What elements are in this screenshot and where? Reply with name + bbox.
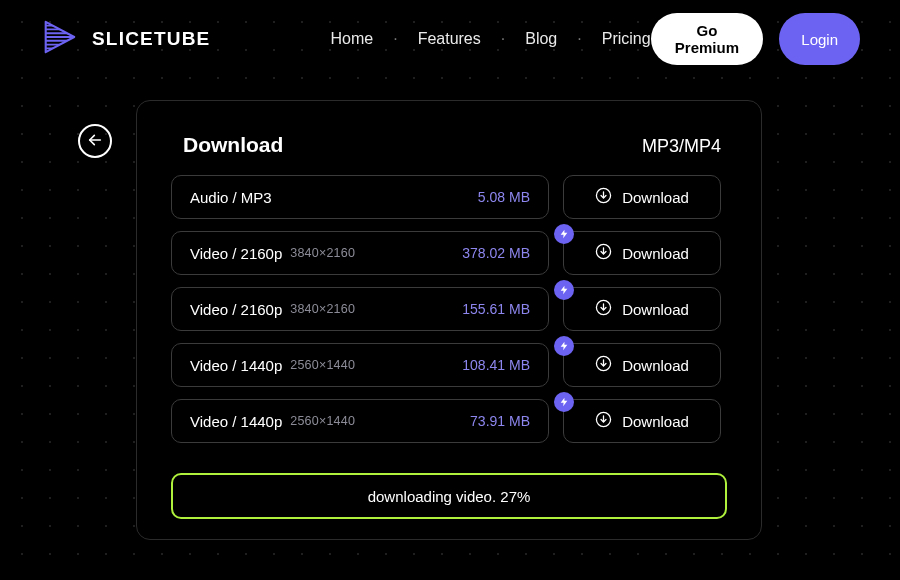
- top-bar: SLICETUBE Home · Features · Blog · Prici…: [0, 0, 900, 78]
- download-row: Video / 2160p3840×2160378.02 MBDownload: [171, 231, 721, 275]
- download-option-info: Video / 2160p3840×2160155.61 MB: [171, 287, 549, 331]
- download-status-text: downloading video. 27%: [368, 488, 531, 505]
- download-panel: Download MP3/MP4 Audio / MP35.08 MBDownl…: [136, 100, 762, 540]
- resolution-label: 3840×2160: [290, 302, 355, 316]
- file-size-label: 5.08 MB: [478, 189, 530, 205]
- go-premium-button[interactable]: Go Premium: [651, 13, 764, 65]
- download-row: Audio / MP35.08 MBDownload: [171, 175, 721, 219]
- bolt-badge-icon: [554, 280, 574, 300]
- nav-blog[interactable]: Blog: [525, 30, 557, 48]
- format-label: Video / 1440p: [190, 413, 282, 430]
- play-logo-icon: [40, 18, 78, 60]
- brand[interactable]: SLICETUBE: [40, 18, 210, 60]
- download-button[interactable]: Download: [563, 175, 721, 219]
- download-options-list: Audio / MP35.08 MBDownloadVideo / 2160p3…: [171, 175, 727, 473]
- panel-title: Download: [183, 133, 283, 157]
- download-button-label: Download: [622, 413, 689, 430]
- back-button[interactable]: [78, 124, 112, 158]
- resolution-label: 3840×2160: [290, 246, 355, 260]
- download-button-label: Download: [622, 245, 689, 262]
- panel-header: Download MP3/MP4: [171, 127, 727, 175]
- nav-features[interactable]: Features: [418, 30, 481, 48]
- download-option-info: Video / 1440p2560×1440108.41 MB: [171, 343, 549, 387]
- download-icon: [595, 299, 612, 319]
- download-row: Video / 1440p2560×144073.91 MBDownload: [171, 399, 721, 443]
- nav-home[interactable]: Home: [330, 30, 373, 48]
- login-button[interactable]: Login: [779, 13, 860, 65]
- download-icon: [595, 411, 612, 431]
- download-button[interactable]: Download: [563, 399, 721, 443]
- download-icon: [595, 243, 612, 263]
- nav-separator: ·: [393, 30, 397, 48]
- format-label: Audio / MP3: [190, 189, 272, 206]
- download-button-label: Download: [622, 189, 689, 206]
- bolt-badge-icon: [554, 336, 574, 356]
- header-actions: Go Premium Login: [651, 13, 860, 65]
- download-icon: [595, 187, 612, 207]
- download-icon: [595, 355, 612, 375]
- download-button[interactable]: Download: [563, 343, 721, 387]
- file-size-label: 378.02 MB: [462, 245, 530, 261]
- arrow-left-icon: [87, 132, 103, 151]
- main-nav: Home · Features · Blog · Pricing: [330, 30, 650, 48]
- file-size-label: 155.61 MB: [462, 301, 530, 317]
- nav-separator: ·: [501, 30, 505, 48]
- download-button[interactable]: Download: [563, 287, 721, 331]
- nav-pricing[interactable]: Pricing: [602, 30, 651, 48]
- file-size-label: 73.91 MB: [470, 413, 530, 429]
- download-option-info: Video / 2160p3840×2160378.02 MB: [171, 231, 549, 275]
- download-row: Video / 2160p3840×2160155.61 MBDownload: [171, 287, 721, 331]
- download-option-info: Video / 1440p2560×144073.91 MB: [171, 399, 549, 443]
- format-label: Video / 1440p: [190, 357, 282, 374]
- format-label: Video / 2160p: [190, 245, 282, 262]
- download-button-label: Download: [622, 301, 689, 318]
- nav-separator: ·: [577, 30, 581, 48]
- file-size-label: 108.41 MB: [462, 357, 530, 373]
- download-status: downloading video. 27%: [171, 473, 727, 519]
- bolt-badge-icon: [554, 392, 574, 412]
- download-button-label: Download: [622, 357, 689, 374]
- bolt-badge-icon: [554, 224, 574, 244]
- download-option-info: Audio / MP35.08 MB: [171, 175, 549, 219]
- download-row: Video / 1440p2560×1440108.41 MBDownload: [171, 343, 721, 387]
- format-label: Video / 2160p: [190, 301, 282, 318]
- resolution-label: 2560×1440: [290, 358, 355, 372]
- download-button[interactable]: Download: [563, 231, 721, 275]
- format-label: MP3/MP4: [642, 136, 721, 157]
- resolution-label: 2560×1440: [290, 414, 355, 428]
- brand-name: SLICETUBE: [92, 28, 210, 50]
